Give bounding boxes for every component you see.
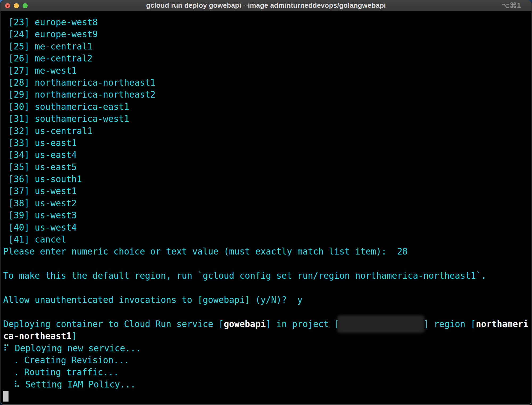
titlebar[interactable]: gcloud run deploy gowebapi --image admin… xyxy=(1,0,531,11)
closing-bracket: ] xyxy=(72,331,77,341)
region-option: [24] europe-west9 xyxy=(3,28,531,40)
region-name-wrap-2: ca-northeast1 xyxy=(3,331,72,341)
region-option: [37] us-west1 xyxy=(3,185,531,197)
region-option: [27] me-west1 xyxy=(3,65,531,77)
blank-line xyxy=(3,306,531,318)
region-option: [31] southamerica-west1 xyxy=(3,113,531,125)
terminal-screen[interactable]: [23] europe-west8 [24] europe-west9 [25]… xyxy=(1,11,531,404)
zoom-button[interactable] xyxy=(23,3,28,8)
region-option: [33] us-east1 xyxy=(3,137,531,149)
region-option: [41] cancel xyxy=(3,234,531,246)
region-name-wrap-1: northameri xyxy=(476,319,528,329)
window-title: gcloud run deploy gowebapi --image admin… xyxy=(146,1,386,10)
region-option: [23] europe-west8 xyxy=(3,16,531,28)
region-option: [29] northamerica-northeast2 xyxy=(3,89,531,101)
allow-unauth-label: Allow unauthenticated invocations to [go… xyxy=(3,295,287,305)
deploy-status-line: Deploying container to Cloud Run service… xyxy=(3,318,531,330)
redacted-project-name xyxy=(339,318,423,330)
cursor-line xyxy=(3,391,531,403)
progress-step-routing-traffic: . Routing traffic... xyxy=(3,366,531,378)
region-option: [26] me-central2 xyxy=(3,53,531,65)
close-button[interactable] xyxy=(5,3,10,8)
region-option: [34] us-east4 xyxy=(3,149,531,161)
numeric-choice-prompt: Please enter numeric choice or text valu… xyxy=(3,246,531,258)
traffic-lights xyxy=(5,0,28,11)
terminal-cursor xyxy=(3,391,9,402)
progress-step-setting-iam: ⠧ Setting IAM Policy... xyxy=(3,379,531,391)
deploy-text-3: ] region [ xyxy=(423,319,476,329)
region-option: [39] us-west3 xyxy=(3,210,531,222)
deploy-text-1: Deploying container to Cloud Run service… xyxy=(3,319,224,329)
region-option: [28] northamerica-northeast1 xyxy=(3,77,531,89)
service-name: gowebapi xyxy=(224,319,266,329)
region-option: [25] me-central1 xyxy=(3,41,531,53)
deploy-status-line-wrap: ca-northeast1] xyxy=(3,330,531,342)
region-option: [38] us-west2 xyxy=(3,198,531,210)
blank-line xyxy=(3,258,531,270)
region-option: [30] southamerica-east1 xyxy=(3,101,531,113)
terminal-window: gcloud run deploy gowebapi --image admin… xyxy=(0,0,532,405)
minimize-button[interactable] xyxy=(14,3,19,8)
allow-unauth-prompt: Allow unauthenticated invocations to [go… xyxy=(3,294,531,306)
blank-line xyxy=(3,282,531,294)
prompt-label: Please enter numeric choice or text valu… xyxy=(3,247,386,257)
progress-step-creating-revision: . Creating Revision... xyxy=(3,354,531,366)
prompt-answer-value: 28 xyxy=(397,247,408,257)
progress-step-deploying: ⠏ Deploying new service... xyxy=(3,343,531,354)
deploy-text-2: ] in project [ xyxy=(266,319,339,329)
region-option: [32] us-central1 xyxy=(3,125,531,137)
window-shortcut-badge: ⌥⌘1 xyxy=(501,0,521,11)
region-option: [35] us-east5 xyxy=(3,161,531,173)
region-option: [40] us-west4 xyxy=(3,222,531,234)
region-option: [36] us-south1 xyxy=(3,173,531,185)
allow-unauth-answer-value: y xyxy=(297,295,303,305)
default-region-hint: To make this the default region, run `gc… xyxy=(3,270,531,282)
